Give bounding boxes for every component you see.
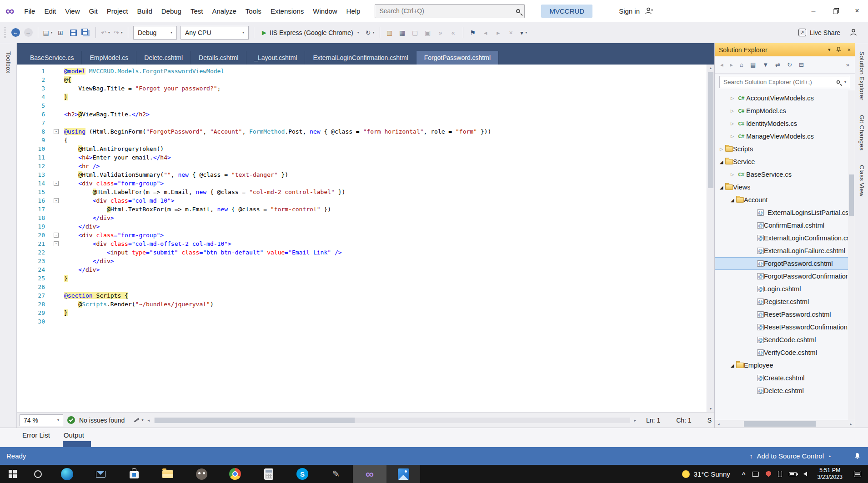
tab-delete-cshtml[interactable]: Delete.cshtml [136,51,191,65]
code-line-28[interactable]: 28 @Scripts.Render("~/bundles/jqueryval"… [17,300,707,309]
tree-item-accountviewmodels-cs[interactable]: ▷C#AccountViewModels.cs [715,92,855,105]
tree-item-resetpassword-cshtml[interactable]: @ResetPassword.cshtml [715,308,855,321]
code-line-29[interactable]: 29} [17,309,707,317]
redo-button[interactable]: ↷▾ [112,26,124,39]
tab-details-cshtml[interactable]: Details.cshtml [191,51,246,65]
mail-icon[interactable] [84,465,117,483]
scroll-right-arrow[interactable]: ▸ [634,418,637,423]
phone-icon[interactable] [778,471,782,477]
weather-widget[interactable]: 31°C Sunny [676,470,737,478]
sync-button[interactable]: ⇄ [775,61,780,68]
cortana-button[interactable] [25,465,50,483]
fold-collapse-icon[interactable]: - [54,233,59,238]
code-line-22[interactable]: 22 <input type="submit" class="btn btn-d… [17,248,707,257]
tree-item-verifycode-cshtml[interactable]: @VerifyCode.cshtml [715,346,855,359]
pen-app-icon[interactable]: ✎ [319,465,353,483]
close-panel-icon[interactable]: × [847,46,851,53]
browser-link-button[interactable]: ▥ [384,26,396,39]
filter-button[interactable]: ▼ [763,61,768,68]
menu-view[interactable]: View [60,0,84,22]
code-line-10[interactable]: 10 @Html.AntiForgeryToken() [17,144,707,153]
menu-file[interactable]: File [20,0,40,22]
minimize-button[interactable]: – [803,0,824,22]
tab-externalloginconfirmation-cshtml[interactable]: ExternalLoginConfirmation.cshtml [305,51,416,65]
toolbar-grip[interactable] [5,27,7,38]
photos-icon[interactable] [386,465,420,483]
gimp-icon[interactable] [185,465,218,483]
panel-tab-class-view[interactable]: Class View [858,159,865,203]
menu-extensions[interactable]: Extensions [266,0,308,22]
editor-horizontal-scrollbar[interactable] [154,418,630,423]
bookmark-button[interactable]: ⚑ [467,26,479,39]
code-line-25[interactable]: 25} [17,274,707,283]
switch-views-button[interactable]: ▤ [750,61,756,68]
menu-project[interactable]: Project [102,0,133,22]
tree-item-forgotpasswordconfirmation-cshtml[interactable]: @ForgotPasswordConfirmation.cshtml [715,270,855,283]
scrollbar-thumb[interactable] [849,174,854,216]
scrollbar-thumb[interactable] [744,421,816,427]
panel-tab-toolbox[interactable]: Toolbox [5,45,12,80]
bookmark-clear-button[interactable]: × [505,26,517,39]
tree-item-confirmemail-cshtml[interactable]: @ConfirmEmail.cshtml [715,219,855,232]
menu-debug[interactable]: Debug [157,0,186,22]
code-line-4[interactable]: 4} [17,93,707,101]
menu-git[interactable]: Git [85,0,102,22]
quick-search-input[interactable] [379,7,513,15]
code-line-24[interactable]: 24 </div> [17,265,707,274]
code-line-17[interactable]: 17 @Html.TextBoxFor(m => m.Email, new { … [17,205,707,214]
indent-button[interactable]: » [435,26,447,39]
chevron-expanded-icon[interactable]: ◢ [728,363,736,368]
menu-analyze[interactable]: Analyze [207,0,241,22]
tree-item-resetpasswordconfirmation-cshtml[interactable]: @ResetPasswordConfirmation.cshtml [715,321,855,334]
menu-edit[interactable]: Edit [40,0,60,22]
refresh-button[interactable]: ↻ [787,61,792,68]
code-line-30[interactable]: 30 [17,317,707,326]
bookmark-next-button[interactable]: ▸ [492,26,504,39]
solution-explorer-titlebar[interactable]: Solution Explorer ▾ × [715,43,855,56]
chevron-expanded-icon[interactable]: ◢ [717,159,725,164]
more-button[interactable]: » [846,61,849,68]
search-options-caret-icon[interactable]: ▾ [844,80,846,84]
code-line-5[interactable]: 5 [17,101,707,110]
format-b-button[interactable]: ▣ [422,26,434,39]
tree-item-externalloginconfirmation-cshtml[interactable]: @ExternalLoginConfirmation.cshtml [715,232,855,244]
chevron-expanded-icon[interactable]: ◢ [717,185,725,190]
chevron-collapsed-icon[interactable]: ▷ [728,96,736,100]
close-button[interactable]: × [846,0,868,22]
overflow-button[interactable]: ▾▾ [518,26,530,39]
platform-dropdown[interactable]: Any CPU▾ [181,26,249,40]
scroll-up-arrow[interactable]: ▲ [707,65,714,71]
scrollbar-thumb[interactable] [155,418,355,423]
solution-horizontal-scrollbar[interactable]: ◂ ▸ [715,420,855,428]
tab-forgotpassword-cshtml[interactable]: ForgotPassword.cshtml [416,51,499,65]
undo-button[interactable]: ↶▾ [100,26,111,39]
notifications-bell-button[interactable] [854,453,861,460]
code-line-23[interactable]: 23 </div> [17,257,707,265]
tab-error-list[interactable]: Error List [22,431,50,439]
display-icon[interactable] [752,472,759,477]
code-line-7[interactable]: 7 [17,119,707,127]
chevron-collapsed-icon[interactable]: ▷ [728,109,736,113]
tree-item-service[interactable]: ◢Service [715,155,855,168]
scroll-right-arrow[interactable]: ▸ [847,422,855,426]
taskbar-clock[interactable]: 5:51 PM 3/23/2023 [813,467,847,481]
solution-search[interactable]: ▾ [719,76,850,88]
code-line-26[interactable]: 26 [17,283,707,291]
tree-item-delete-cshtml[interactable]: @Delete.cshtml [715,384,855,397]
menu-tools[interactable]: Tools [241,0,266,22]
code-editor[interactable]: 1@model MVCCRUD.Models.ForgotPasswordVie… [17,65,707,412]
issues-label[interactable]: No issues found [79,417,125,424]
home-button[interactable]: ⌂ [740,61,743,68]
skype-icon[interactable]: S [286,465,319,483]
code-line-16[interactable]: 16- <div class="col-md-10"> [17,196,707,205]
hidden-icons-icon[interactable]: ^ [742,471,746,478]
code-line-9[interactable]: 9{ [17,136,707,144]
format-a-button[interactable]: ▢ [409,26,421,39]
scroll-left-arrow[interactable]: ◂ [715,422,722,426]
edge-icon[interactable] [50,465,84,483]
code-line-21[interactable]: 21- <div class="col-md-offset-2 col-md-1… [17,239,707,248]
solution-vertical-scrollbar[interactable] [848,90,855,420]
code-line-13[interactable]: 13 @Html.ValidationSummary("", new { @cl… [17,170,707,179]
menu-test[interactable]: Test [186,0,208,22]
refresh-button[interactable]: ↻▾ [364,26,376,39]
